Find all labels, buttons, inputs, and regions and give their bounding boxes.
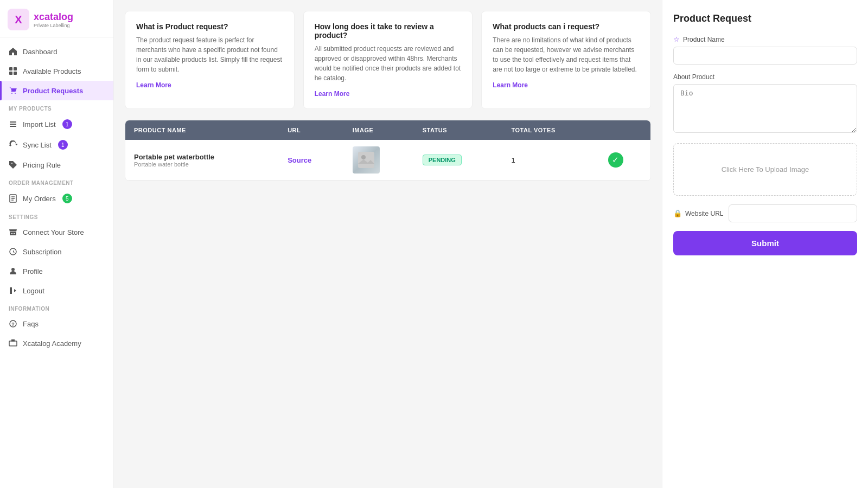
submit-button[interactable]: Submit xyxy=(673,231,857,255)
logout-icon xyxy=(9,286,17,295)
sidebar-item-subscription[interactable]: Subscription xyxy=(0,242,113,261)
product-name-label: Product Name xyxy=(683,36,725,43)
info-card-1: How long does it take to review a produc… xyxy=(303,11,473,109)
list-icon xyxy=(9,120,17,129)
row-product-sub: Portable water bottle xyxy=(134,161,270,168)
upload-image-area[interactable]: Click Here To Upload Image xyxy=(673,143,857,196)
info-card-2-link[interactable]: Learn More xyxy=(493,81,528,89)
about-product-textarea[interactable] xyxy=(673,84,857,133)
svg-text:?: ? xyxy=(11,322,15,327)
svg-rect-7 xyxy=(10,124,16,125)
sidebar-label-logout: Logout xyxy=(23,287,44,295)
row-product-thumbnail xyxy=(353,146,380,174)
orders-icon xyxy=(9,194,17,203)
row-source-link[interactable]: Source xyxy=(288,156,311,164)
my-orders-badge: 5 xyxy=(62,194,72,203)
info-card-0-title: What is Product request? xyxy=(136,22,283,31)
panel-title: Product Request xyxy=(673,13,857,24)
import-list-badge: 1 xyxy=(62,119,72,129)
profile-icon xyxy=(9,267,17,275)
col-product-name: Product Name xyxy=(125,120,279,140)
sidebar-item-faqs[interactable]: ? Faqs xyxy=(0,314,113,333)
svg-rect-17 xyxy=(9,341,17,346)
row-check-icon: ✓ xyxy=(608,152,623,168)
col-image: Image xyxy=(344,120,414,140)
about-product-label: About Product xyxy=(673,73,714,81)
sidebar-item-connect-store[interactable]: Connect Your Store xyxy=(0,222,113,242)
sidebar-item-dashboard[interactable]: Dashboard xyxy=(0,42,113,61)
sidebar-label-import-list: Import List xyxy=(23,120,56,129)
sidebar-item-pricing-rule[interactable]: Pricing Rule xyxy=(0,155,113,175)
sidebar-item-xcatalog-academy[interactable]: Xcatalog Academy xyxy=(0,333,113,353)
info-card-1-link[interactable]: Learn More xyxy=(315,90,350,98)
sidebar-label-xcatalog-academy: Xcatalog Academy xyxy=(23,339,81,348)
app-subtitle: Private Labelling xyxy=(34,23,73,28)
website-url-label: Website URL xyxy=(685,210,723,217)
sidebar-label-sync-list: Sync List xyxy=(23,141,52,149)
sidebar-label-faqs: Faqs xyxy=(23,320,39,328)
website-url-input[interactable] xyxy=(729,204,857,222)
info-card-1-body: All submitted product requests are revie… xyxy=(315,44,462,83)
svg-text:X: X xyxy=(15,14,22,25)
info-card-2-title: What products can i request? xyxy=(493,22,640,31)
info-card-0: What is Product request? The product req… xyxy=(125,11,295,109)
sub-icon xyxy=(9,247,17,256)
info-card-0-body: The product request feature is perfect f… xyxy=(136,35,283,74)
section-information: INFORMATION xyxy=(0,300,113,314)
upload-image-label: Click Here To Upload Image xyxy=(722,165,809,174)
info-card-0-link[interactable]: Learn More xyxy=(136,81,171,89)
academy-icon xyxy=(9,339,17,348)
sidebar-item-logout[interactable]: Logout xyxy=(0,281,113,300)
sidebar-label-subscription: Subscription xyxy=(23,248,62,256)
sidebar-label-profile: Profile xyxy=(23,267,43,275)
svg-point-14 xyxy=(11,268,15,271)
product-name-group: ☆ Product Name xyxy=(673,35,857,65)
grid-icon xyxy=(9,67,17,75)
col-status: Status xyxy=(414,120,503,140)
sidebar-label-product-requests: Product Requests xyxy=(23,87,83,95)
app-logo: X xcatalog Private Labelling xyxy=(0,0,113,37)
section-order-management: ORDER MANAGEMENT xyxy=(0,175,113,188)
svg-rect-3 xyxy=(14,67,17,70)
svg-rect-18 xyxy=(11,339,15,342)
svg-rect-2 xyxy=(9,67,12,70)
svg-rect-4 xyxy=(9,72,12,75)
app-name: xcatalog xyxy=(34,11,73,23)
sidebar-item-import-list[interactable]: Import List 1 xyxy=(0,114,113,134)
logo-icon: X xyxy=(8,9,29,30)
sidebar-item-available-products[interactable]: Available Products xyxy=(0,61,113,81)
sidebar-label-dashboard: Dashboard xyxy=(23,48,58,56)
website-url-row: 🔒 Website URL xyxy=(673,204,857,222)
svg-rect-6 xyxy=(10,121,16,123)
section-settings: SETTINGS xyxy=(0,209,113,222)
product-name-input[interactable] xyxy=(673,47,857,65)
sidebar-label-pricing-rule: Pricing Rule xyxy=(23,161,61,169)
info-cards-row: What is Product request? The product req… xyxy=(125,11,651,109)
cart-icon xyxy=(9,86,17,95)
sidebar-item-product-requests[interactable]: Product Requests xyxy=(0,81,113,100)
svg-point-20 xyxy=(361,155,366,159)
row-status-badge: PENDING xyxy=(423,155,462,165)
svg-rect-19 xyxy=(358,152,374,168)
thumbnail-image-icon xyxy=(358,152,374,168)
svg-rect-8 xyxy=(10,126,16,127)
col-url: URL xyxy=(279,120,344,140)
svg-rect-5 xyxy=(14,72,17,75)
star-icon: ☆ xyxy=(673,35,680,43)
sidebar-item-sync-list[interactable]: Sync List 1 xyxy=(0,134,113,155)
info-card-2: What products can i request? There are n… xyxy=(481,11,651,109)
sidebar-item-my-orders[interactable]: My Orders 5 xyxy=(0,188,113,209)
info-card-1-title: How long does it take to review a produc… xyxy=(315,22,462,40)
product-request-panel: Product Request ☆ Product Name About Pro… xyxy=(662,0,868,488)
lock-icon: 🔒 xyxy=(673,209,682,217)
product-requests-table: Product Name URL Image Status Total Vote… xyxy=(125,120,651,181)
sync-list-badge: 1 xyxy=(58,140,68,150)
sync-icon xyxy=(9,140,17,149)
section-my-products: MY PRODUCTS xyxy=(0,100,113,114)
home-icon xyxy=(9,47,17,56)
faq-icon: ? xyxy=(9,319,17,328)
sidebar: X xcatalog Private Labelling Dashboard A… xyxy=(0,0,114,488)
about-product-group: About Product xyxy=(673,73,857,134)
sidebar-item-profile[interactable]: Profile xyxy=(0,261,113,281)
table-row: Portable pet waterbottle Portable water … xyxy=(125,140,650,181)
